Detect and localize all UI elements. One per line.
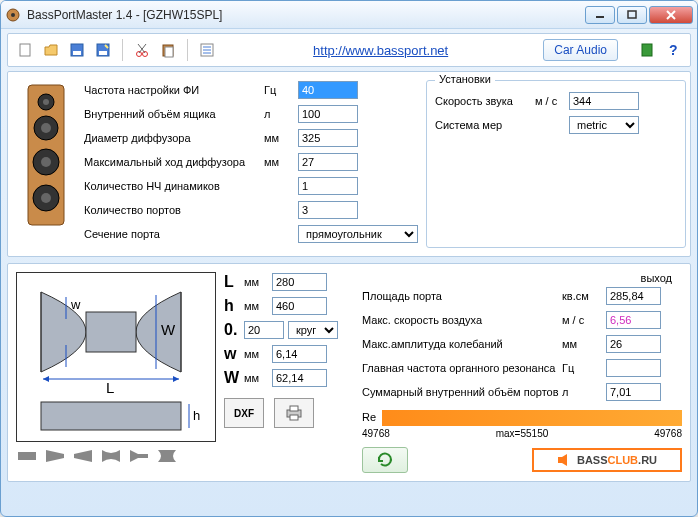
portvol-output <box>606 383 661 401</box>
ports-label: Количество портов <box>84 204 264 216</box>
save-button[interactable] <box>66 39 88 61</box>
O-shape-select[interactable]: круг <box>288 321 338 339</box>
app-icon <box>5 7 21 23</box>
dxf-button[interactable]: DXF <box>224 398 264 428</box>
svg-rect-21 <box>642 44 652 56</box>
diameter-input[interactable] <box>298 129 358 147</box>
O-label: 0. <box>224 321 244 339</box>
book-icon[interactable] <box>636 39 658 61</box>
svg-rect-6 <box>20 44 30 56</box>
ports-input[interactable] <box>298 201 358 219</box>
cut-button[interactable] <box>131 39 153 61</box>
print-button[interactable] <box>274 398 314 428</box>
portvol-unit: л <box>562 386 602 398</box>
svg-point-29 <box>41 157 51 167</box>
port-shape-6[interactable] <box>156 448 178 466</box>
printer-icon <box>284 404 304 422</box>
L-unit: мм <box>244 276 268 288</box>
port-diagram: w W L h <box>16 272 216 442</box>
w-unit: мм <box>244 348 268 360</box>
drivers-input[interactable] <box>298 177 358 195</box>
re-bar <box>382 410 682 426</box>
area-unit: кв.см <box>562 290 602 302</box>
velocity-output <box>606 311 661 329</box>
amp-unit: мм <box>562 338 602 350</box>
car-audio-button[interactable]: Car Audio <box>543 39 618 61</box>
drivers-label: Количество НЧ динамиков <box>84 180 264 192</box>
svg-point-27 <box>41 123 51 133</box>
freq-unit: Гц <box>264 84 294 96</box>
velocity-unit: м / с <box>562 314 602 326</box>
speaker-image <box>16 80 76 230</box>
port-shape-5[interactable] <box>128 448 150 466</box>
svg-text:W: W <box>161 321 176 338</box>
output-header: выход <box>362 272 682 284</box>
volume-input[interactable] <box>298 105 358 123</box>
system-select[interactable]: metric <box>569 116 639 134</box>
diameter-unit: мм <box>264 132 294 144</box>
website-link[interactable]: http://www.bassport.net <box>313 43 448 58</box>
xmax-unit: мм <box>264 156 294 168</box>
section-select[interactable]: прямоугольник <box>298 225 418 243</box>
W-label: W <box>224 369 244 387</box>
svg-rect-48 <box>290 415 298 420</box>
organ-label: Главная частота органного резонанса <box>362 362 562 374</box>
area-output <box>606 287 661 305</box>
svg-rect-45 <box>18 452 36 460</box>
re-label: Re <box>362 411 376 423</box>
minimize-button[interactable] <box>585 6 615 24</box>
svg-text:?: ? <box>669 42 678 58</box>
svg-rect-3 <box>628 11 636 18</box>
open-button[interactable] <box>40 39 62 61</box>
W-input[interactable] <box>272 369 327 387</box>
O-input[interactable] <box>244 321 284 339</box>
separator <box>187 39 188 61</box>
maximize-button[interactable] <box>617 6 647 24</box>
amp-label: Макс.амплитуда колебаний <box>362 338 562 350</box>
paste-button[interactable] <box>157 39 179 61</box>
re-mid: max=55150 <box>496 428 549 439</box>
refresh-button[interactable] <box>362 447 408 473</box>
re-left: 49768 <box>362 428 390 439</box>
amp-output <box>606 335 661 353</box>
h-label: h <box>224 297 244 315</box>
h-input[interactable] <box>272 297 327 315</box>
W-unit: мм <box>244 372 268 384</box>
L-label: L <box>224 273 244 291</box>
speaker-icon <box>557 453 573 467</box>
port-shape-3[interactable] <box>72 448 94 466</box>
port-shape-2[interactable] <box>44 448 66 466</box>
window-title: BassPortMaster 1.4 - [GZHW15SPL] <box>27 8 583 22</box>
svg-point-1 <box>11 13 15 17</box>
volume-label: Внутренний объём ящика <box>84 108 264 120</box>
svg-rect-49 <box>558 457 562 463</box>
sound-speed-unit: м / с <box>535 95 565 107</box>
svg-rect-47 <box>290 406 298 411</box>
port-shape-4[interactable] <box>100 448 122 466</box>
freq-input[interactable] <box>298 81 358 99</box>
svg-rect-42 <box>41 402 181 430</box>
xmax-input[interactable] <box>298 153 358 171</box>
list-button[interactable] <box>196 39 218 61</box>
L-input[interactable] <box>272 273 327 291</box>
svg-rect-8 <box>73 51 81 55</box>
re-right: 49768 <box>654 428 682 439</box>
w-input[interactable] <box>272 345 327 363</box>
svg-text:L: L <box>106 379 114 396</box>
help-button[interactable]: ? <box>662 39 684 61</box>
freq-label: Частота настройки ФИ <box>84 84 264 96</box>
refresh-icon <box>376 451 394 469</box>
system-label: Система мер <box>435 119 535 131</box>
h-unit: мм <box>244 300 268 312</box>
separator <box>122 39 123 61</box>
new-button[interactable] <box>14 39 36 61</box>
port-shape-1[interactable] <box>16 448 38 466</box>
area-label: Площадь порта <box>362 290 562 302</box>
svg-rect-16 <box>165 47 173 57</box>
save-as-button[interactable] <box>92 39 114 61</box>
xmax-label: Максимальный ход диффузора <box>84 156 264 168</box>
bassclub-logo[interactable]: BASSCLUB.RU <box>532 448 682 472</box>
velocity-label: Макс. скорость воздуха <box>362 314 562 326</box>
close-button[interactable] <box>649 6 693 24</box>
sound-speed-input[interactable] <box>569 92 639 110</box>
